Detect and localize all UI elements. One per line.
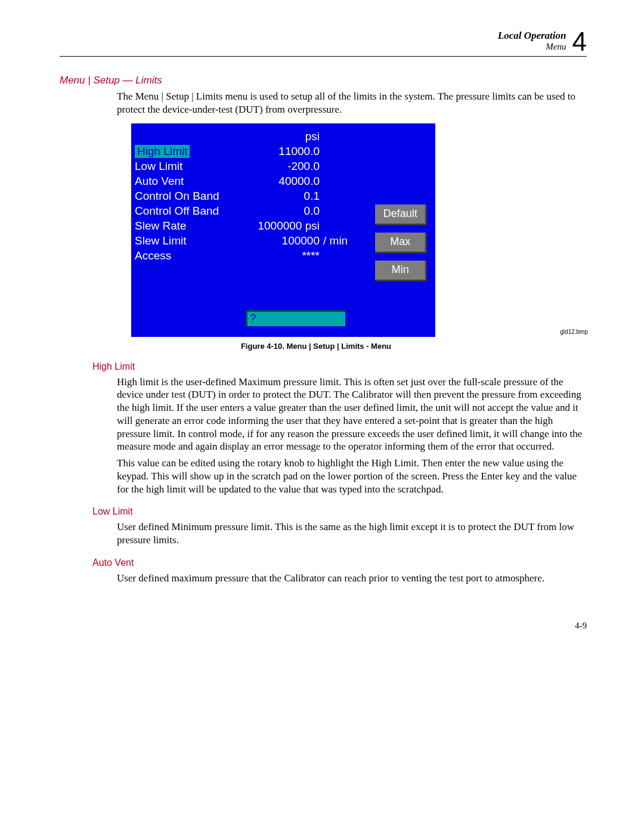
high-limit-p2: This value can be edited using the rotar… bbox=[117, 457, 587, 496]
auto-vent-p1: User defined maximum pressure that the C… bbox=[117, 572, 587, 585]
control-on-band-value: 0.1 bbox=[230, 190, 320, 203]
control-off-band-label: Control Off Band bbox=[135, 205, 230, 218]
header-section: Local Operation bbox=[498, 30, 566, 42]
list-item[interactable]: Control On Band 0.1 bbox=[135, 189, 369, 204]
slew-limit-unit: / min bbox=[320, 234, 348, 247]
max-button[interactable]: Max bbox=[375, 233, 427, 253]
page-header: Local Operation Menu 4 bbox=[60, 30, 587, 57]
high-limit-heading: High Limit bbox=[92, 361, 587, 372]
list-item[interactable]: Slew Limit 100000 / min bbox=[135, 234, 369, 249]
high-limit-label: High Limit bbox=[135, 145, 190, 158]
page-number: 4-9 bbox=[60, 621, 587, 631]
list-item[interactable]: Access **** bbox=[135, 249, 369, 264]
auto-vent-heading: Auto Vent bbox=[92, 558, 587, 568]
min-button[interactable]: Min bbox=[375, 261, 427, 281]
slew-limit-value: 100000 bbox=[230, 234, 320, 247]
list-item[interactable]: Low Limit -200.0 bbox=[135, 159, 369, 174]
auto-vent-value: 40000.0 bbox=[230, 175, 320, 188]
scratchpad-input[interactable]: ? bbox=[246, 310, 345, 326]
section-title: Menu | Setup — Limits bbox=[60, 75, 587, 86]
intro-paragraph: The Menu | Setup | Limits menu is used t… bbox=[117, 90, 587, 116]
low-limit-p1: User defined Minimum pressure limit. Thi… bbox=[117, 521, 587, 547]
control-off-band-value: 0.0 bbox=[230, 205, 320, 218]
high-limit-value: 11000.0 bbox=[230, 145, 320, 158]
access-label: Access bbox=[135, 249, 230, 262]
low-limit-heading: Low Limit bbox=[92, 506, 587, 517]
low-limit-label: Low Limit bbox=[135, 160, 230, 173]
auto-vent-label: Auto Vent bbox=[135, 175, 230, 188]
header-subsection: Menu bbox=[498, 42, 566, 52]
list-item[interactable]: Control Off Band 0.0 bbox=[135, 204, 369, 219]
list-item[interactable]: Auto Vent 40000.0 bbox=[135, 174, 369, 189]
lcd-panel: psi High Limit 11000.0 Low Limit -200.0 … bbox=[131, 123, 369, 337]
access-value: **** bbox=[230, 249, 320, 262]
softkey-column: Default Max Min bbox=[369, 123, 435, 337]
unit-header: psi bbox=[230, 130, 320, 143]
list-item[interactable]: High Limit 11000.0 bbox=[135, 144, 369, 159]
low-limit-value: -200.0 bbox=[230, 160, 320, 173]
default-button[interactable]: Default bbox=[375, 205, 427, 225]
slew-rate-label: Slew Rate bbox=[135, 219, 230, 233]
bmp-filename: gld12.bmp bbox=[560, 329, 588, 335]
high-limit-p1: High limit is the user-defined Maximum p… bbox=[117, 376, 587, 454]
slew-limit-label: Slew Limit bbox=[135, 234, 230, 247]
device-screen: psi High Limit 11000.0 Low Limit -200.0 … bbox=[131, 123, 435, 337]
figure-caption: Figure 4-10. Menu | Setup | Limits - Men… bbox=[131, 342, 501, 351]
figure-container: psi High Limit 11000.0 Low Limit -200.0 … bbox=[131, 123, 501, 351]
chapter-number: 4 bbox=[572, 29, 587, 55]
list-item[interactable]: Slew Rate 1000000 psi bbox=[135, 219, 369, 234]
slew-rate-value: 1000000 psi bbox=[230, 219, 320, 233]
control-on-band-label: Control On Band bbox=[135, 190, 230, 203]
